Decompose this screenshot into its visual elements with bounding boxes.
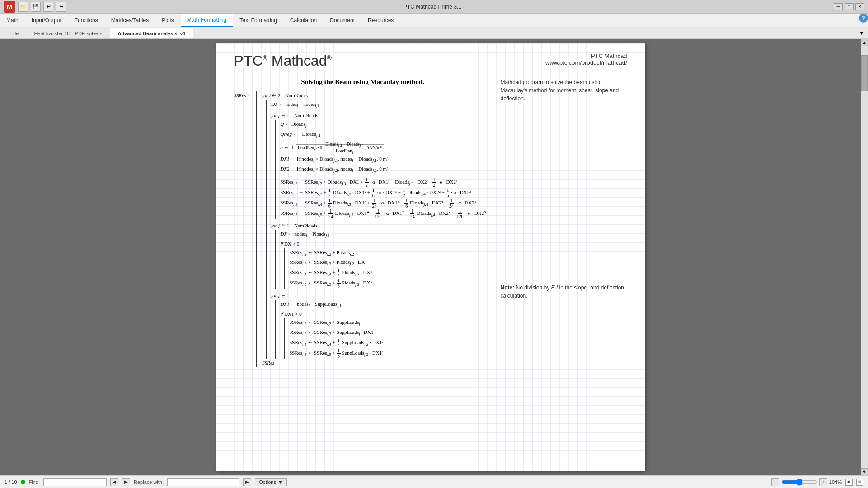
math-equations[interactable]: SSRes := for i ∈ 2 .. NumNodes DX ← node… <box>234 91 492 367</box>
menu-input-output[interactable]: Input/Output <box>25 14 68 27</box>
options-label: Options <box>259 479 276 485</box>
zoom-out-button[interactable]: − <box>771 478 779 486</box>
status-bar: 1 / 10 Find: ◀ ▶ Replace with: ▶ Options… <box>0 475 868 488</box>
description-section: Mathcad program to solve the beam using … <box>501 78 627 369</box>
replace-input[interactable] <box>167 478 239 486</box>
help-button[interactable]: ? <box>859 14 868 23</box>
replace-label: Replace with: <box>134 479 164 485</box>
scroll-track[interactable] <box>861 46 868 468</box>
options-button[interactable]: Options ▼ <box>255 478 287 486</box>
menu-functions[interactable]: Functions <box>68 14 105 27</box>
ptc-info-line2: www.ptc.com/product/mathcad/ <box>545 59 627 66</box>
description-text: Mathcad program to solve the beam using … <box>501 78 627 103</box>
undo-icon[interactable]: ↩ <box>43 2 53 12</box>
window-title: PTC Mathcad Prime 3.1 - <box>404 4 464 10</box>
menu-matrices-tables[interactable]: Matrices/Tables <box>105 14 155 27</box>
find-next-button[interactable]: ▶ <box>122 478 130 486</box>
note-section: Note: No division by E·I in the slope- a… <box>501 284 627 300</box>
tabs-bar: Title Heat transfer 1D - PDE solvers Adv… <box>0 27 868 39</box>
find-input[interactable] <box>43 478 107 486</box>
tab-heat-transfer[interactable]: Heat transfer 1D - PDE solvers <box>26 28 110 38</box>
open-file-icon[interactable]: 📁 <box>18 2 28 12</box>
status-dot <box>21 480 25 484</box>
options-chevron-icon: ▼ <box>278 479 283 485</box>
scroll-thumb[interactable] <box>861 55 868 91</box>
menu-calculation[interactable]: Calculation <box>284 14 324 27</box>
tab-advanced-beam[interactable]: Advanced Beam analysis_v1 <box>110 28 193 38</box>
find-label: Find: <box>29 479 40 485</box>
section-title: Solving the Beam using Macaulay method. <box>234 78 492 86</box>
ptc-info-line1: PTC Mathcad <box>545 52 627 59</box>
status-left: 1 / 10 Find: ◀ ▶ Replace with: ▶ Options… <box>5 478 287 486</box>
menu-document[interactable]: Document <box>324 14 361 27</box>
redo-icon[interactable]: ↪ <box>56 2 66 12</box>
menu-math[interactable]: Math <box>0 14 25 27</box>
zoom-in-button[interactable]: + <box>819 478 827 486</box>
page-logo-title: PTC® Mathcad® <box>234 52 332 69</box>
close-button[interactable]: ✕ <box>855 3 864 10</box>
title-bar: M 📁 💾 ↩ ↪ PTC Mathcad Prime 3.1 - ─ □ ✕ <box>0 0 868 14</box>
minimize-button[interactable]: ─ <box>834 3 843 10</box>
scroll-down-button[interactable]: ▼ <box>861 468 868 475</box>
status-right: − + 104% ▣ ▤ <box>771 478 863 486</box>
window-controls: ─ □ ✕ <box>834 3 864 10</box>
tab-dropdown[interactable]: ▼ <box>855 27 868 38</box>
page-view-icon[interactable]: ▣ <box>845 479 853 486</box>
math-section: Solving the Beam using Macaulay method. … <box>234 78 492 369</box>
note-label: Note: <box>501 284 515 291</box>
find-prev-button[interactable]: ◀ <box>110 478 118 486</box>
document-area: PTC® Mathcad® PTC Mathcad www.ptc.com/pr… <box>0 39 861 475</box>
page-count: 1 / 10 <box>5 479 17 485</box>
save-icon[interactable]: 💾 <box>31 2 41 12</box>
tab-title[interactable]: Title <box>2 28 26 38</box>
scrollbar[interactable]: ▲ ▼ <box>861 39 868 475</box>
ptc-info: PTC Mathcad www.ptc.com/product/mathcad/ <box>545 52 627 66</box>
main-area: PTC® Mathcad® PTC Mathcad www.ptc.com/pr… <box>0 39 868 475</box>
menu-math-formatting[interactable]: Math Formatting <box>181 14 233 27</box>
menu-text-formatting[interactable]: Text Formatting <box>233 14 284 27</box>
zoom-slider[interactable] <box>781 479 817 486</box>
zoom-level: 104% <box>829 479 842 485</box>
title-bar-left: M 📁 💾 ↩ ↪ <box>4 1 66 13</box>
page-header: PTC® Mathcad® PTC Mathcad www.ptc.com/pr… <box>234 52 627 69</box>
page-layout-icon[interactable]: ▤ <box>856 479 863 486</box>
note-body: No division by E·I in the slope- and def… <box>501 284 624 299</box>
replace-go-button[interactable]: ▶ <box>243 478 251 486</box>
maximize-button[interactable]: □ <box>845 3 854 10</box>
app-logo: M <box>4 1 15 13</box>
scroll-up-button[interactable]: ▲ <box>861 39 868 46</box>
page: PTC® Mathcad® PTC Mathcad www.ptc.com/pr… <box>216 43 645 471</box>
content-area: Solving the Beam using Macaulay method. … <box>234 78 627 369</box>
menu-plots[interactable]: Plots <box>155 14 181 27</box>
menu-bar: Math Input/Output Functions Matrices/Tab… <box>0 14 868 27</box>
menu-resources[interactable]: Resources <box>361 14 400 27</box>
zoom-area: − + 104% <box>771 478 842 486</box>
